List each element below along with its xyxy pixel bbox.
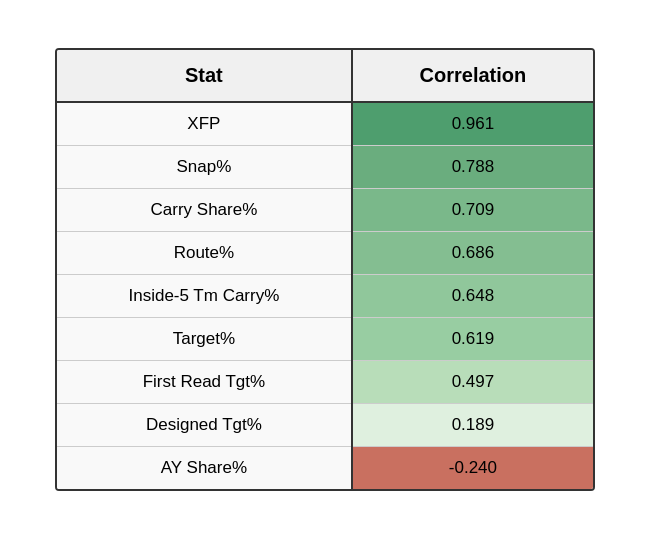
- correlation-cell: -0.240: [352, 446, 593, 489]
- correlation-cell: 0.961: [352, 102, 593, 146]
- stat-cell: Carry Share%: [57, 188, 352, 231]
- stat-cell: Inside-5 Tm Carry%: [57, 274, 352, 317]
- stat-cell: AY Share%: [57, 446, 352, 489]
- table-row: Route%0.686: [57, 231, 593, 274]
- correlation-table: Stat Correlation XFP0.961Snap%0.788Carry…: [55, 48, 595, 491]
- correlation-cell: 0.189: [352, 403, 593, 446]
- correlation-cell: 0.648: [352, 274, 593, 317]
- correlation-cell: 0.788: [352, 145, 593, 188]
- table-row: XFP0.961: [57, 102, 593, 146]
- table-row: Carry Share%0.709: [57, 188, 593, 231]
- table-row: Inside-5 Tm Carry%0.648: [57, 274, 593, 317]
- stat-cell: Target%: [57, 317, 352, 360]
- correlation-header: Correlation: [352, 50, 593, 102]
- stat-cell: Route%: [57, 231, 352, 274]
- table-row: Designed Tgt%0.189: [57, 403, 593, 446]
- stat-header: Stat: [57, 50, 352, 102]
- correlation-cell: 0.709: [352, 188, 593, 231]
- table-row: First Read Tgt%0.497: [57, 360, 593, 403]
- stat-cell: First Read Tgt%: [57, 360, 352, 403]
- stat-cell: Snap%: [57, 145, 352, 188]
- stat-cell: XFP: [57, 102, 352, 146]
- correlation-cell: 0.686: [352, 231, 593, 274]
- table-row: AY Share%-0.240: [57, 446, 593, 489]
- stat-cell: Designed Tgt%: [57, 403, 352, 446]
- correlation-cell: 0.497: [352, 360, 593, 403]
- table-row: Snap%0.788: [57, 145, 593, 188]
- correlation-cell: 0.619: [352, 317, 593, 360]
- table-row: Target%0.619: [57, 317, 593, 360]
